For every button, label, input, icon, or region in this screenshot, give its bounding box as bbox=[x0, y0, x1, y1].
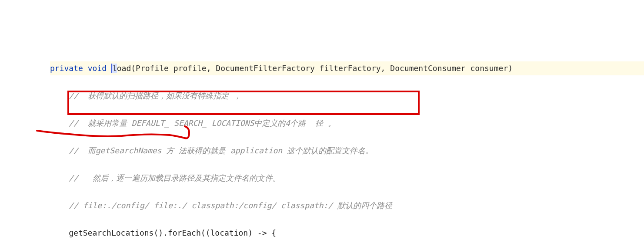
comment-text: // 然后，逐一遍历加载目录路径及其指定文件名的文件。 bbox=[69, 173, 280, 182]
code-line-comment-3[interactable]: // 而getSearchNames 方 法获得的就是 application … bbox=[50, 144, 644, 158]
code-line-1[interactable]: private void load(Profile profile, Docum… bbox=[50, 61, 644, 75]
code-line-comment-5[interactable]: // file:./config/ file:./ classpath:/con… bbox=[50, 199, 644, 213]
comment-text: // 就采用常量 DEFAULT_ SEARCH_ LOCATIONS中定义的4… bbox=[69, 118, 335, 128]
text-cursor[interactable]: l bbox=[111, 64, 117, 73]
comment-text: // file:./config/ file:./ classpath:/con… bbox=[69, 201, 392, 210]
method-name: oad bbox=[117, 64, 131, 73]
method-params: (Profile profile, DocumentFilterFactory … bbox=[131, 64, 513, 73]
comment-text: // 获得默认的扫描路径，如果没有特殊指定 ， bbox=[69, 91, 241, 100]
comment-text: // 而getSearchNames 方 法获得的就是 application … bbox=[69, 146, 373, 155]
keyword-void: void bbox=[88, 64, 107, 73]
code-line-comment-2[interactable]: // 就采用常量 DEFAULT_ SEARCH_ LOCATIONS中定义的4… bbox=[50, 116, 644, 130]
code-text: getSearchLocations().forEach((location) … bbox=[69, 228, 276, 237]
code-line-6[interactable]: getSearchLocations().forEach((location) … bbox=[50, 226, 644, 240]
keyword-private: private bbox=[50, 64, 83, 73]
code-line-comment-4[interactable]: // 然后，逐一遍历加载目录路径及其指定文件名的文件。 bbox=[50, 171, 644, 185]
code-line-comment-1[interactable]: // 获得默认的扫描路径，如果没有特殊指定 ， bbox=[50, 89, 644, 103]
